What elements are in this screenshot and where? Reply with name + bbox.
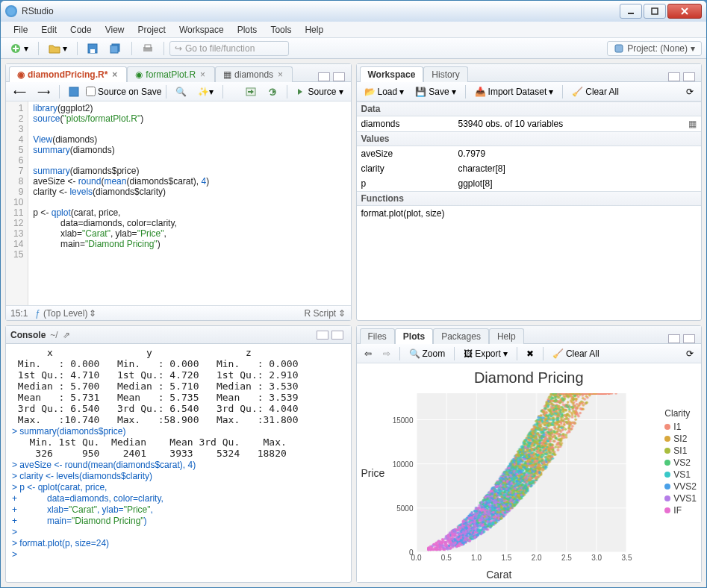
editor-statusbar: 15:1 ƒ (Top Level) ⇕ R Script ⇕ — [6, 305, 351, 320]
run-button[interactable] — [241, 85, 261, 98]
zoom-button[interactable]: 🔍 Zoom — [405, 346, 450, 361]
refresh-button[interactable]: ⟳ — [682, 84, 698, 99]
find-button[interactable]: 🔍 — [171, 84, 191, 99]
code-area[interactable]: library(ggplot2)source("plots/formatPlot… — [28, 101, 350, 305]
ws-section-header: Functions — [357, 191, 702, 206]
maximize-button[interactable] — [644, 4, 666, 19]
legend-item: SI2 — [664, 434, 697, 444]
minimize-button[interactable] — [620, 4, 642, 19]
load-button[interactable]: 📂 Load▾ — [360, 84, 409, 99]
legend-item: VS1 — [664, 469, 697, 480]
editor-tabstrip: ◉ diamondPricing.R* × ◉ formatPlot.R × ▦… — [6, 64, 351, 82]
ws-row[interactable]: pggplot[8] — [357, 176, 702, 191]
menu-edit[interactable]: Edit — [34, 25, 63, 35]
legend-item: VS2 — [664, 457, 697, 468]
console-header: Console ~/ ⇗ — [6, 326, 351, 344]
pane-maximize-button[interactable] — [333, 72, 345, 81]
tab-files[interactable]: Files — [360, 328, 395, 344]
legend-title: Clarity — [664, 408, 697, 419]
source-button[interactable]: Source ▾ — [292, 84, 347, 99]
tab-diamondpricing[interactable]: ◉ diamondPricing.R* × — [9, 66, 127, 82]
tab-diamonds[interactable]: ▦ diamonds × — [215, 66, 293, 82]
menubar: File Edit Code View Project Workspace Pl… — [1, 22, 706, 38]
save-button[interactable] — [83, 41, 102, 56]
back-button[interactable]: ⟵ — [9, 84, 31, 99]
close-icon[interactable]: × — [199, 69, 207, 80]
console-title: Console — [10, 330, 46, 340]
tab-help[interactable]: Help — [489, 328, 524, 344]
pane-minimize-button[interactable] — [668, 334, 680, 343]
menu-code[interactable]: Code — [63, 25, 99, 35]
titlebar[interactable]: RStudio — [1, 1, 706, 22]
open-file-button[interactable]: ▾ — [44, 41, 72, 56]
source-pane: ◉ diamondPricing.R* × ◉ formatPlot.R × ▦… — [5, 63, 352, 321]
clear-all-button[interactable]: 🧹 Clear All — [567, 84, 623, 99]
tab-packages[interactable]: Packages — [433, 328, 489, 344]
tab-workspace[interactable]: Workspace — [360, 66, 424, 82]
workspace-body: Datadiamonds53940 obs. of 10 variables▦V… — [357, 101, 702, 320]
save-file-button[interactable] — [64, 84, 84, 99]
legend: Clarity I1SI2SI1VS2VS1VVS2VVS1IF — [664, 408, 697, 517]
table-icon: ▦ — [223, 69, 231, 80]
forward-button[interactable]: ⟶ — [33, 84, 54, 99]
ws-row[interactable]: aveSize0.7979 — [357, 146, 702, 161]
svg-rect-8 — [90, 49, 95, 53]
workspace-toolbar: 📂 Load▾ 💾 Save▾ 📥 Import Dataset▾ 🧹 Clea… — [357, 82, 702, 101]
source-on-save-checkbox[interactable]: Source on Save — [86, 87, 161, 97]
menu-help[interactable]: Help — [298, 25, 330, 35]
project-selector[interactable]: Project: (None) ▾ — [607, 41, 702, 56]
pane-maximize-button[interactable] — [683, 72, 695, 81]
menu-file[interactable]: File — [7, 25, 34, 35]
pane-maximize-button[interactable] — [683, 334, 695, 343]
menu-project[interactable]: Project — [131, 25, 172, 35]
remove-plot-button[interactable]: ✖ — [522, 346, 538, 361]
ws-row[interactable]: claritycharacter[8] — [357, 161, 702, 176]
editor-body[interactable]: 123456789101112131415 library(ggplot2)so… — [6, 101, 351, 305]
svg-rect-14 — [69, 87, 78, 96]
goto-file-input[interactable]: ↪ Go to file/function — [169, 41, 289, 56]
scope-indicator[interactable]: (Top Level) — [43, 308, 87, 319]
window-title: RStudio — [22, 6, 620, 16]
plots-toolbar: ⇦ ⇨ 🔍 Zoom 🖼 Export▾ ✖ 🧹 Clear All ⟳ — [357, 344, 702, 363]
plot-canvas: Diamond Pricing Price 0500010000150000.0… — [357, 363, 702, 582]
svg-rect-10 — [110, 46, 118, 53]
pane-minimize-button[interactable] — [668, 72, 680, 81]
rerun-button[interactable] — [263, 85, 282, 98]
new-file-button[interactable]: ▾ — [5, 40, 33, 57]
console-body[interactable]: x y z Min. : 0.000 Min. : 0.000 Min. : 0… — [6, 344, 351, 582]
refresh-plots-button[interactable]: ⟳ — [682, 346, 698, 361]
tab-plots[interactable]: Plots — [395, 328, 433, 344]
export-button[interactable]: 🖼 Export▾ — [459, 346, 512, 361]
ws-row[interactable]: format.plot(plot, size) — [357, 206, 702, 221]
plot-next-button[interactable]: ⇨ — [379, 346, 395, 361]
wand-button[interactable]: ✨▾ — [193, 84, 218, 99]
pane-maximize-button[interactable] — [331, 331, 343, 340]
close-icon[interactable]: × — [110, 69, 119, 80]
save-ws-button[interactable]: 💾 Save▾ — [411, 84, 460, 99]
close-button[interactable] — [667, 4, 702, 19]
ws-row[interactable]: diamonds53940 obs. of 10 variables▦ — [357, 116, 702, 131]
legend-item: I1 — [664, 422, 697, 432]
menu-plots[interactable]: Plots — [231, 25, 264, 35]
grid-icon[interactable]: ▦ — [688, 119, 697, 129]
console-path-icon[interactable]: ⇗ — [63, 330, 70, 340]
menu-view[interactable]: View — [99, 25, 131, 35]
menu-tools[interactable]: Tools — [264, 25, 298, 35]
save-all-button[interactable] — [105, 41, 126, 56]
tab-history[interactable]: History — [423, 66, 467, 82]
close-icon[interactable]: × — [276, 69, 284, 80]
menu-workspace[interactable]: Workspace — [172, 25, 231, 35]
plots-tabstrip: Files Plots Packages Help — [357, 326, 702, 344]
import-button[interactable]: 📥 Import Dataset▾ — [470, 84, 558, 99]
console-cwd: ~/ — [50, 330, 57, 340]
pane-minimize-button[interactable] — [318, 72, 330, 81]
line-gutter: 123456789101112131415 — [6, 101, 28, 305]
cursor-pos: 15:1 — [10, 308, 28, 319]
print-button[interactable] — [137, 41, 158, 56]
clear-plots-button[interactable]: 🧹 Clear All — [548, 346, 604, 361]
plot-prev-button[interactable]: ⇦ — [360, 346, 376, 361]
pane-minimize-button[interactable] — [317, 331, 328, 340]
file-type-indicator[interactable]: R Script ⇕ — [304, 308, 346, 319]
plots-pane: Files Plots Packages Help ⇦ ⇨ 🔍 Zoom 🖼 E… — [356, 325, 703, 583]
tab-formatplot[interactable]: ◉ formatPlot.R × — [127, 66, 215, 82]
